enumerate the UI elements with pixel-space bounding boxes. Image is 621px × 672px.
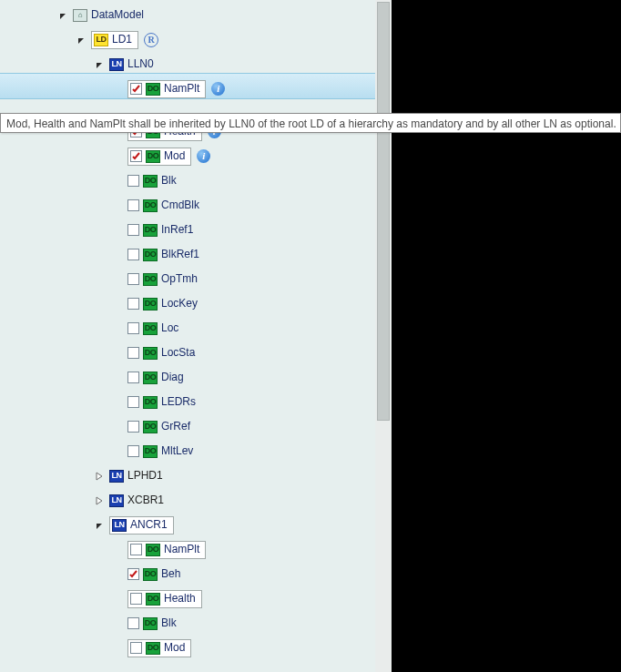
tree-node-label[interactable]: GrRef (161, 414, 192, 439)
tree-row[interactable]: DOLocKey (0, 289, 392, 313)
expander-closed-icon[interactable] (95, 496, 104, 505)
checkbox[interactable] (127, 249, 139, 260)
tree-node-label[interactable]: MltLev (161, 439, 195, 463)
tree-node[interactable]: LNXCBR1 (109, 488, 166, 513)
tree-node-label[interactable]: LPHD1 (127, 463, 165, 488)
tree-node-label[interactable]: NamPlt (164, 76, 201, 101)
tree-node-label[interactable]: Blk (161, 168, 178, 193)
expander-open-icon[interactable] (95, 521, 104, 530)
info-icon[interactable]: i (211, 82, 225, 96)
tree-row[interactable]: LNLLN0 (0, 49, 392, 74)
tree-node[interactable]: LDLD1 (91, 31, 138, 49)
tree-row[interactable]: DOMod (0, 633, 392, 657)
tree-node-label[interactable]: Mod (164, 636, 187, 660)
info-icon[interactable]: i (197, 149, 210, 163)
tree-row[interactable]: DOHealth (0, 584, 392, 608)
checkbox[interactable] (127, 445, 139, 457)
tree-node-label[interactable]: Diag (161, 365, 186, 390)
tree-row[interactable]: DOLoc (0, 313, 392, 338)
tree-row[interactable]: DOInRef1 (0, 215, 392, 239)
tree-node[interactable]: DONamPlt (127, 541, 206, 559)
tree-node[interactable]: LNLPHD1 (109, 463, 165, 488)
tree-node-label[interactable]: Loc (161, 316, 180, 341)
tree-row[interactable]: DOGrRef (0, 412, 392, 436)
checkbox[interactable] (127, 322, 139, 334)
checkbox[interactable] (130, 544, 142, 555)
tree-row[interactable]: DOModi (0, 141, 392, 166)
tree-node-label[interactable]: DataModel (91, 3, 146, 27)
tree-node-label[interactable]: Blk (161, 611, 178, 636)
tree-node-label[interactable]: CmdBlk (161, 193, 201, 218)
checkbox[interactable] (130, 150, 142, 162)
checkbox[interactable] (127, 568, 139, 580)
checkbox[interactable] (127, 273, 139, 285)
tree-node[interactable]: DOLocKey (127, 291, 199, 316)
tree-node[interactable]: DOLocSta (127, 341, 197, 365)
tree-row[interactable]: LNANCR1 (0, 510, 392, 535)
checkbox[interactable] (130, 642, 142, 654)
tree-node[interactable]: DOLEDRs (127, 390, 198, 414)
tree[interactable]: ⌂DataModelLDLD1RLNLLN0DONamPltiDOHealthi… (0, 0, 392, 672)
checkbox[interactable] (130, 83, 142, 95)
expander-closed-icon[interactable] (95, 472, 104, 481)
tree-node[interactable]: DOLoc (127, 316, 180, 341)
tree-node[interactable]: DOBlk (127, 611, 178, 636)
tree-node[interactable]: DOOpTmh (127, 267, 199, 291)
tree-node[interactable]: DOCmdBlk (127, 193, 201, 218)
tree-node[interactable]: DOMltLev (127, 439, 195, 463)
tree-node-label[interactable]: LEDRs (161, 390, 198, 414)
tree-row[interactable]: DONamPlt (0, 535, 392, 559)
checkbox[interactable] (127, 372, 139, 383)
scrollbar[interactable] (375, 0, 392, 672)
tree-row[interactable]: DOOpTmh (0, 264, 392, 289)
tree-node[interactable]: DODiag (127, 365, 186, 390)
tree-node[interactable]: DOBeh (127, 562, 182, 586)
checkbox[interactable] (127, 347, 139, 359)
tree-node-label[interactable]: LocKey (161, 291, 199, 316)
checkbox[interactable] (127, 298, 139, 310)
expander-open-icon[interactable] (76, 36, 86, 45)
tree-row[interactable]: DOBeh (0, 559, 392, 584)
tree-row[interactable]: LNLPHD1 (0, 461, 392, 485)
tree-node-label[interactable]: InRef1 (161, 218, 195, 242)
tree-row[interactable]: DONamPlti (0, 73, 392, 99)
tree-node[interactable]: DOInRef1 (127, 218, 195, 242)
scrollbar-thumb[interactable] (377, 2, 390, 421)
tree-node[interactable]: DOMod (127, 639, 191, 657)
checkbox[interactable] (130, 593, 142, 605)
tree-node[interactable]: DOBlk (127, 168, 178, 193)
tree-row[interactable]: LNXCBR1 (0, 485, 392, 510)
tree-node[interactable]: DOBlkRef1 (127, 242, 201, 267)
checkbox[interactable] (127, 617, 139, 629)
tree-row[interactable]: DOBlkRef1 (0, 239, 392, 264)
tree-node[interactable]: LNANCR1 (109, 516, 174, 535)
tree-row[interactable]: DODiag (0, 362, 392, 387)
tree-row[interactable]: ⌂DataModel (0, 0, 392, 25)
tree-node[interactable]: ⌂DataModel (73, 3, 146, 27)
tree-node-label[interactable]: ANCR1 (130, 513, 169, 537)
tree-row[interactable]: DOCmdBlk (0, 190, 392, 215)
checkbox[interactable] (127, 224, 139, 236)
tree-row[interactable]: DOMltLev (0, 436, 392, 461)
checkbox[interactable] (127, 421, 139, 433)
tree-node-label[interactable]: OpTmh (161, 267, 199, 291)
tree-node[interactable]: DOGrRef (127, 414, 192, 439)
tree-row[interactable]: DOBlk (0, 608, 392, 633)
tree-node-label[interactable]: XCBR1 (127, 488, 166, 513)
tree-node[interactable]: DONamPlt (127, 80, 206, 98)
checkbox[interactable] (127, 396, 139, 408)
tree-node-label[interactable]: LocSta (161, 341, 197, 365)
tree-node-label[interactable]: BlkRef1 (161, 242, 201, 267)
checkbox[interactable] (127, 175, 139, 187)
tree-node-label[interactable]: LD1 (112, 27, 134, 52)
tree-row[interactable]: DOBlk (0, 166, 392, 190)
tree-node[interactable]: DOMod (127, 148, 191, 166)
tree-node-label[interactable]: Mod (164, 144, 187, 168)
tree-node-label[interactable]: Beh (161, 562, 182, 586)
tree-node-label[interactable]: NamPlt (164, 537, 201, 562)
expander-open-icon[interactable] (58, 11, 67, 20)
tree-row[interactable]: DOLocSta (0, 338, 392, 362)
expander-open-icon[interactable] (95, 60, 104, 69)
checkbox[interactable] (127, 199, 139, 211)
tree-node[interactable]: DOHealth (127, 590, 202, 608)
